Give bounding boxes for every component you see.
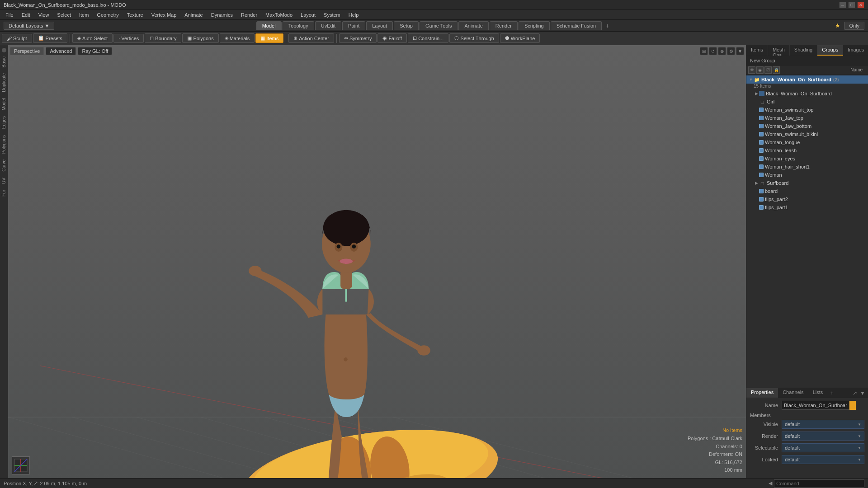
tree-item-swimsuit-top[interactable]: Woman_swimsuit_top: [746, 106, 868, 114]
locked-prop-select[interactable]: default: [782, 455, 864, 464]
tree-item-swimsuit-bikini[interactable]: Woman_swimsuit_bikini: [746, 130, 868, 138]
tab-animate[interactable]: Animate: [458, 21, 488, 30]
sidebar-tab-edges[interactable]: Edges: [0, 113, 7, 131]
tree-item-jaw-top[interactable]: Woman_Jaw_top: [746, 114, 868, 122]
selectable-prop-select[interactable]: default: [782, 443, 864, 452]
presets-button[interactable]: 📋 Presets: [33, 33, 67, 43]
sidebar-tab-uv[interactable]: UV: [0, 175, 7, 187]
sidebar-tab-duplicate[interactable]: Duplicate: [0, 70, 7, 95]
tab-layout[interactable]: Layout: [366, 21, 393, 30]
tab-paint[interactable]: Paint: [342, 21, 365, 30]
ray-gl-button[interactable]: Ray GL: Off: [78, 47, 112, 55]
tree-item-girl[interactable]: ◻ Girl: [746, 98, 868, 106]
perspective-button[interactable]: Perspective: [10, 47, 44, 55]
left-sidebar-handle[interactable]: [2, 48, 6, 52]
menu-animate[interactable]: Animate: [181, 11, 206, 19]
tree-item-jaw-bottom[interactable]: Woman_Jaw_bottom: [746, 122, 868, 130]
menu-select[interactable]: Select: [53, 11, 75, 19]
tree-item-flips1[interactable]: flips_part1: [746, 203, 868, 211]
tab-scripting[interactable]: Scripting: [519, 21, 550, 30]
boundary-button[interactable]: ◻ Boundary: [145, 33, 181, 43]
tree-item-hair[interactable]: Woman_hair_short1: [746, 163, 868, 171]
items-button[interactable]: ▦ Items: [255, 33, 283, 43]
symmetry-button[interactable]: ⇔ Symmetry: [339, 33, 377, 43]
minimize-button[interactable]: ─: [839, 2, 846, 8]
only-button[interactable]: Only: [844, 22, 864, 30]
expand-icon[interactable]: ▼: [748, 77, 754, 82]
rb-tab-add[interactable]: +: [827, 388, 836, 398]
star-button[interactable]: ★: [833, 22, 842, 29]
tab-model[interactable]: Model: [256, 21, 282, 30]
sidebar-tab-fur[interactable]: Fur: [0, 187, 7, 199]
tree-eye-icon[interactable]: 👁: [748, 66, 755, 74]
tree-render-icon[interactable]: ◉: [756, 66, 764, 74]
vertices-button[interactable]: · Vertices: [113, 34, 144, 43]
rp-tab-meshops[interactable]: Mesh Ops: [768, 45, 790, 56]
tree-item-leash[interactable]: Woman_leash: [746, 146, 868, 155]
menu-geometry[interactable]: Geometry: [93, 11, 122, 19]
sculpt-button[interactable]: 🖌 Sculpt: [2, 34, 32, 43]
menu-edit[interactable]: Edit: [18, 11, 34, 19]
tree-item-board[interactable]: board: [746, 187, 868, 195]
advanced-button[interactable]: Advanced: [46, 47, 76, 55]
menu-help[interactable]: Help: [345, 11, 363, 19]
name-color-btn[interactable]: [849, 401, 856, 410]
menu-vertexmap[interactable]: Vertex Map: [148, 11, 180, 19]
menu-dynamics[interactable]: Dynamics: [208, 11, 236, 19]
menu-layout[interactable]: Layout: [297, 11, 319, 19]
workplane-button[interactable]: ⬢ WorkPlane: [500, 33, 540, 43]
rp-tab-images[interactable]: Images: [843, 45, 868, 56]
menu-maxtomodo[interactable]: MaxToModo: [262, 11, 296, 19]
vp-zoom-button[interactable]: ⊕: [718, 47, 726, 55]
render-prop-select[interactable]: default: [782, 432, 864, 441]
rp-tab-shading[interactable]: Shading: [790, 45, 817, 56]
tree-item-surfboard[interactable]: ▶ ◻ Surfboard: [746, 179, 868, 187]
materials-button[interactable]: ◈ Materials: [220, 33, 255, 43]
rb-more-icon[interactable]: ▼: [859, 389, 866, 397]
rb-tab-channels[interactable]: Channels: [778, 388, 808, 398]
rb-tab-lists[interactable]: Lists: [808, 388, 828, 398]
menu-file[interactable]: File: [2, 11, 17, 19]
viewport[interactable]: Bondi: [8, 45, 746, 478]
maximize-button[interactable]: □: [848, 2, 855, 8]
sidebar-tab-model[interactable]: Model: [0, 95, 7, 113]
tree-item-flips2[interactable]: flips_part2: [746, 195, 868, 203]
tree-item-black-woman[interactable]: ▶ Black_Woman_On_Surfboard: [746, 89, 868, 98]
visible-prop-select[interactable]: default: [782, 420, 864, 429]
tree-select-icon[interactable]: ☑: [764, 66, 772, 74]
menu-texture[interactable]: Texture: [123, 11, 147, 19]
vp-settings-button[interactable]: ⚙: [727, 47, 735, 55]
rp-tab-groups[interactable]: Groups: [817, 45, 843, 56]
tree-item-eyes[interactable]: Woman_eyes: [746, 155, 868, 163]
menu-system[interactable]: System: [320, 11, 344, 19]
name-prop-field[interactable]: [782, 401, 849, 410]
action-center-button[interactable]: ⊕ Action Center: [288, 33, 334, 43]
sidebar-tab-curve[interactable]: Curve: [0, 157, 7, 174]
menu-item[interactable]: Item: [75, 11, 92, 19]
default-layouts-button[interactable]: Default Layouts ▼: [4, 22, 54, 30]
tree-group-header[interactable]: ▼ 📁 Black_Woman_On_Surfboard (2): [746, 75, 868, 84]
menu-render[interactable]: Render: [237, 11, 261, 19]
sidebar-tab-polygons[interactable]: Polygons: [0, 132, 7, 156]
select-through-button[interactable]: ⬡ Select Through: [449, 33, 499, 43]
tab-render[interactable]: Render: [490, 21, 518, 30]
tree-item-woman[interactable]: Woman: [746, 171, 868, 179]
auto-select-button[interactable]: ◈ Auto Select: [72, 33, 113, 43]
rp-tab-items[interactable]: Items: [746, 45, 768, 56]
tab-schematic[interactable]: Schematic Fusion: [551, 21, 602, 30]
constrain-button[interactable]: ⊡ Constrain...: [408, 33, 448, 43]
falloff-button[interactable]: ◉ Falloff: [377, 33, 407, 43]
tab-gametools[interactable]: Game Tools: [420, 21, 458, 30]
vp-reset-button[interactable]: ↺: [709, 47, 717, 55]
add-tab-button[interactable]: +: [603, 21, 612, 31]
close-button[interactable]: ✕: [857, 2, 864, 8]
vp-more-button[interactable]: ▼: [736, 47, 744, 55]
new-group-button[interactable]: New Group: [746, 56, 868, 66]
polygons-button[interactable]: ▣ Polygons: [182, 33, 218, 43]
tab-setup[interactable]: Setup: [394, 21, 419, 30]
rb-tab-properties[interactable]: Properties: [746, 388, 778, 398]
menu-view[interactable]: View: [35, 11, 53, 19]
tree-lock-icon[interactable]: 🔒: [773, 66, 780, 74]
tree-item-tongue[interactable]: Woman_tongue: [746, 138, 868, 146]
window-controls[interactable]: ─ □ ✕: [839, 2, 864, 8]
